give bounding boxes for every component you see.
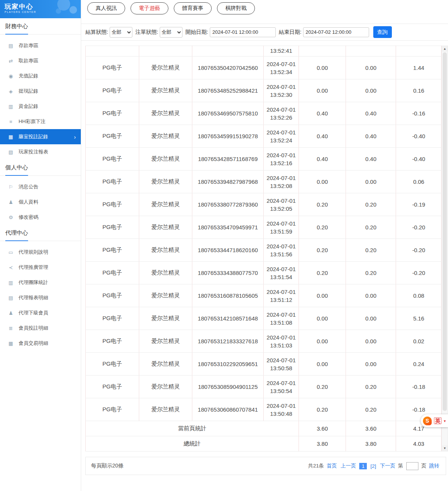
search-button[interactable]: 查詢 xyxy=(373,26,392,38)
table-row[interactable]: PG电子 爱尔兰精灵 1807653121833327618 2024-07-0… xyxy=(86,330,442,353)
bet-amount-cell: 0.00 xyxy=(299,57,346,79)
sidebar-item[interactable]: ▤ 存款專區 › xyxy=(0,38,81,53)
sidebar-item[interactable]: ♟ 個人資料 › xyxy=(0,194,81,210)
scrollbar-thumb[interactable] xyxy=(443,52,447,411)
jump-button[interactable]: 跳转 xyxy=(429,463,439,469)
current-page[interactable]: 1 xyxy=(359,463,367,469)
sidebar-item[interactable]: ◈ 提現記錄 › xyxy=(0,84,81,99)
platform-cell: PG电子 xyxy=(86,330,139,353)
table-row[interactable]: PG电子 爱尔兰精灵 1807653334388077570 2024-07-0… xyxy=(86,262,442,284)
game-cell: 爱尔兰精灵 xyxy=(139,171,192,193)
sidebar-item[interactable]: ▧ 玩家投注報表 › xyxy=(0,144,81,159)
datetime-cell: 2024-07-01 13:52:24 xyxy=(263,125,299,148)
game-cell: 爱尔兰精灵 xyxy=(139,193,192,216)
sidebar-item[interactable]: ▦ 廳室投註記錄 › xyxy=(0,129,81,144)
valid-bet-cell: 0.00 xyxy=(346,284,396,307)
winloss-cell: -0.40 xyxy=(396,148,442,171)
sidebar-item[interactable]: ◉ 充值記錄 › xyxy=(0,68,81,84)
table-row[interactable]: PG电子 爱尔兰精灵 1807653060860707841 2024-07-0… xyxy=(86,398,442,421)
jump-page-input[interactable] xyxy=(406,462,418,470)
valid-bet-cell: 0.00 xyxy=(346,330,396,353)
order-number-cell: 1807653085904901125 xyxy=(192,376,264,398)
sidebar-item[interactable]: ▥ 代理團隊統計 › xyxy=(0,275,81,290)
sidebar-item[interactable]: ≺ 代理推廣管理 › xyxy=(0,260,81,275)
table-row[interactable]: PG电子 爱尔兰精灵 1807653485252988421 2024-07-0… xyxy=(86,79,442,102)
platform-cell: PG电子 xyxy=(86,239,139,262)
member-trans-detail-icon: ▦ xyxy=(8,341,14,346)
platform-cell: PG电子 xyxy=(86,102,139,125)
table-row[interactable]: PG电子 爱尔兰精灵 1807653504207042560 2024-07-0… xyxy=(86,57,442,79)
table-row[interactable]: PG电子 爱尔兰精灵 1807653380772879360 2024-07-0… xyxy=(86,193,442,216)
table-row[interactable]: PG电子 爱尔兰精灵 1807653459915190278 2024-07-0… xyxy=(86,125,442,148)
first-page-link[interactable]: 首页 xyxy=(327,463,337,469)
start-date-label: 開始日期: xyxy=(185,29,208,36)
valid-bet-cell: 0.00 xyxy=(346,307,396,330)
records-body: 13:52:41 PG电子 爱尔兰精灵 1807653504207042560 … xyxy=(86,46,442,421)
sidebar-item[interactable]: ▭ 代理規則說明 › xyxy=(0,245,81,260)
sidebar-item[interactable]: ▥ 資金記錄 › xyxy=(0,99,81,114)
valid-bet-cell: 0.40 xyxy=(346,125,396,148)
sidebar-item[interactable]: ⇄ 取款專區 › xyxy=(0,53,81,68)
valid-bet-cell: 0.00 xyxy=(346,171,396,193)
order-number-cell: 1807653380772879360 xyxy=(192,193,264,216)
jump-suffix-label: 页 xyxy=(421,463,427,469)
prev-page-link[interactable]: 上一页 xyxy=(341,463,356,469)
order-number-cell: 1807653394827987968 xyxy=(192,171,264,193)
table-row[interactable]: PG电子 爱尔兰精灵 1807653344718620160 2024-07-0… xyxy=(86,239,442,262)
datetime-cell: 2024-07-01 13:50:48 xyxy=(263,398,299,421)
bet-amount-cell: 0.00 xyxy=(299,171,346,193)
table-row[interactable]: PG电子 爱尔兰精灵 1807653354709459971 2024-07-0… xyxy=(86,216,442,239)
winloss-cell: 0.16 xyxy=(396,79,442,102)
platform-cell: PG电子 xyxy=(86,376,139,398)
game-cell: 爱尔兰精灵 xyxy=(139,376,192,398)
sidebar-item[interactable]: ≡ HH彩票下注 › xyxy=(0,114,81,129)
platform-cell: PG电子 xyxy=(86,307,139,330)
category-tab[interactable]: 真人視訊 xyxy=(87,2,125,14)
table-row[interactable]: PG电子 爱尔兰精灵 1807653428571168769 2024-07-0… xyxy=(86,148,442,171)
datetime-cell: 2024-07-01 13:51:59 xyxy=(263,216,299,239)
next-page-link[interactable]: 下一页 xyxy=(380,463,396,469)
valid-bet-cell: 0.40 xyxy=(346,102,396,125)
settle-status-select[interactable]: 全部 xyxy=(110,27,132,38)
scroll-down-arrow-icon[interactable]: ▼ xyxy=(442,445,448,451)
sidebar-sections: 財務中心 ▤ 存款專區 › ⇄ 取款專區 › ◉ 充值記錄 › ◈ 提現記錄 ›… xyxy=(0,18,81,351)
scrollbar-track[interactable] xyxy=(442,52,448,445)
sidebar-item[interactable]: ▤ 代理報表明細 › xyxy=(0,290,81,305)
table-row[interactable]: PG电子 爱尔兰精灵 1807653469507575810 2024-07-0… xyxy=(86,102,442,125)
category-tabs: 真人視訊電子遊藝體育賽事棋牌對戰 xyxy=(81,0,448,24)
table-row[interactable]: PG电子 爱尔兰精灵 1807653394827987968 2024-07-0… xyxy=(86,171,442,193)
order-status-select[interactable]: 全部 xyxy=(160,27,182,38)
category-tab[interactable]: 棋牌對戰 xyxy=(217,2,255,14)
category-tab[interactable]: 體育賽事 xyxy=(174,2,212,14)
cashout-record-icon: ◈ xyxy=(8,88,14,94)
page-2-link[interactable]: [2] xyxy=(370,463,376,469)
scroll-up-arrow-icon[interactable]: ▲ xyxy=(442,46,448,52)
translate-widget[interactable]: S 英 ▾ xyxy=(421,414,448,427)
category-tab[interactable]: 電子遊藝 xyxy=(130,2,168,14)
agent-report-icon: ▤ xyxy=(8,295,14,301)
translate-language-label: 英 xyxy=(434,417,442,424)
table-row[interactable]: PG电子 爱尔兰精灵 1807653085904901125 2024-07-0… xyxy=(86,376,442,398)
bell-icon: ⚐ xyxy=(8,184,14,190)
caret-down-icon: ▾ xyxy=(444,419,446,423)
datetime-cell: 2024-07-01 13:51:08 xyxy=(263,307,299,330)
end-date-input[interactable] xyxy=(303,27,369,37)
platform-cell: PG电子 xyxy=(86,171,139,193)
bet-amount-cell: 0.00 xyxy=(299,79,346,102)
datetime-cell: 2024-07-01 13:51:56 xyxy=(263,239,299,262)
sidebar-item[interactable]: ♟ 代理下級會員 › xyxy=(0,305,81,320)
datetime-cell: 13:52:41 xyxy=(263,46,299,57)
table-row[interactable]: PG电子 爱尔兰精灵 1807653102292059651 2024-07-0… xyxy=(86,353,442,376)
table-scrollbar[interactable]: ▲ ▼ xyxy=(442,46,448,452)
start-date-input[interactable] xyxy=(210,27,276,37)
table-row[interactable]: PG电子 爱尔兰精灵 1807653160878105605 2024-07-0… xyxy=(86,284,442,307)
datetime-cell: 2024-07-01 13:52:26 xyxy=(263,102,299,125)
bet-amount-cell: 0.20 xyxy=(299,376,346,398)
sidebar-item[interactable]: ⚙ 修改密碼 › xyxy=(0,210,81,225)
sidebar-item[interactable]: ⚐ 消息公告 › xyxy=(0,179,81,194)
table-row[interactable]: PG电子 爱尔兰精灵 1807653142108571648 2024-07-0… xyxy=(86,307,442,330)
sidebar-item[interactable]: ▦ 會員交易明細 › xyxy=(0,336,81,351)
sidebar-item[interactable]: ≣ 會員投註明細 › xyxy=(0,320,81,336)
table-row-partial[interactable]: 13:52:41 xyxy=(86,46,442,57)
deposit-icon: ▤ xyxy=(8,43,14,49)
